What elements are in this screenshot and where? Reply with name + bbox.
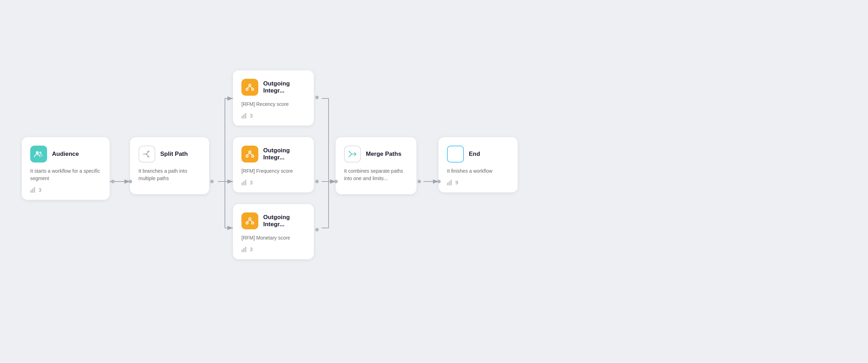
split-left-dot xyxy=(129,180,132,183)
stats-icon2 xyxy=(241,113,248,119)
end-icon xyxy=(447,146,464,163)
outgoing3-icon xyxy=(241,212,258,229)
svg-rect-13 xyxy=(241,116,243,119)
split-right-dot xyxy=(210,180,214,183)
svg-rect-28 xyxy=(447,183,448,185)
outgoing3-desc: [RFM] Monetary score xyxy=(241,234,305,242)
merge-left-dot xyxy=(334,180,338,183)
svg-rect-7 xyxy=(30,190,32,193)
workflow-canvas: Audience It starts a workflow for a spec… xyxy=(0,0,868,363)
outgoing3-stats: 3 xyxy=(241,247,305,252)
svg-point-17 xyxy=(246,155,248,157)
svg-point-18 xyxy=(252,155,254,157)
svg-rect-19 xyxy=(241,183,243,185)
svg-point-16 xyxy=(249,151,251,153)
stats-icon4 xyxy=(241,247,248,252)
end-header: End xyxy=(447,146,509,163)
outgoing1-right-dot xyxy=(315,96,319,99)
outgoing1-desc: [RFM] Recency score xyxy=(241,101,305,108)
svg-rect-15 xyxy=(245,113,246,119)
svg-rect-30 xyxy=(451,180,452,185)
outgoing3-header: Outgoing Integr... xyxy=(241,212,305,229)
audience-stat-value: 3 xyxy=(39,187,41,193)
outgoing1-header: Outgoing Integr... xyxy=(241,79,305,96)
svg-rect-25 xyxy=(241,249,243,252)
outgoing3-stat: 3 xyxy=(250,247,253,252)
svg-rect-8 xyxy=(32,189,33,193)
split-path-title: Split Path xyxy=(160,151,188,158)
svg-point-24 xyxy=(252,222,254,224)
outgoing2-stat: 3 xyxy=(250,180,253,185)
outgoing2-node[interactable]: Outgoing Integr... [RFM] Frequency score… xyxy=(233,137,314,192)
merge-paths-header: Merge Paths xyxy=(344,146,408,163)
svg-rect-20 xyxy=(243,181,245,185)
outgoing1-stat: 3 xyxy=(250,113,253,119)
svg-rect-29 xyxy=(449,181,450,185)
audience-right-dot xyxy=(111,180,115,183)
merge-paths-title: Merge Paths xyxy=(366,151,401,158)
end-stat: 9 xyxy=(455,180,458,185)
audience-node-header: Audience xyxy=(30,146,101,163)
split-path-header: Split Path xyxy=(138,146,201,163)
outgoing1-title: Outgoing Integr... xyxy=(263,80,305,94)
end-stats: 9 xyxy=(447,180,509,185)
audience-title: Audience xyxy=(52,151,79,158)
audience-stats: 3 xyxy=(30,187,101,193)
svg-rect-26 xyxy=(243,248,245,252)
split-path-desc: It branches a path into multiple paths xyxy=(138,167,201,182)
stats-icon xyxy=(30,187,37,193)
outgoing2-header: Outgoing Integr... xyxy=(241,146,305,163)
svg-point-10 xyxy=(249,84,251,86)
svg-rect-9 xyxy=(34,187,35,193)
outgoing3-right-dot xyxy=(315,228,319,231)
merge-paths-node[interactable]: Merge Paths It combines separate paths i… xyxy=(336,137,416,194)
outgoing1-stats: 3 xyxy=(241,113,305,119)
stats-icon3 xyxy=(241,180,248,185)
merge-right-dot xyxy=(417,180,421,183)
outgoing2-right-dot xyxy=(315,180,319,183)
audience-node[interactable]: Audience It starts a workflow for a spec… xyxy=(22,137,110,200)
svg-rect-14 xyxy=(243,114,245,119)
merge-paths-icon xyxy=(344,146,361,163)
end-left-dot xyxy=(437,180,441,183)
end-node[interactable]: End It finishes a workflow 9 xyxy=(439,137,518,192)
audience-icon xyxy=(30,146,47,163)
svg-point-22 xyxy=(249,218,251,220)
svg-point-11 xyxy=(246,88,248,90)
outgoing2-icon xyxy=(241,146,258,163)
svg-rect-21 xyxy=(245,180,246,185)
outgoing2-title: Outgoing Integr... xyxy=(263,147,305,161)
svg-point-23 xyxy=(246,222,248,224)
split-path-icon xyxy=(138,146,155,163)
merge-paths-desc: It combines separate paths into one and … xyxy=(344,167,408,182)
stats-icon5 xyxy=(447,180,453,185)
outgoing3-title: Outgoing Integr... xyxy=(263,214,305,228)
end-title: End xyxy=(469,151,480,158)
outgoing2-stats: 3 xyxy=(241,180,305,185)
outgoing3-node[interactable]: Outgoing Integr... [RFM] Monetary score … xyxy=(233,204,314,259)
svg-rect-27 xyxy=(245,247,246,252)
svg-point-5 xyxy=(36,151,39,154)
svg-point-12 xyxy=(252,88,254,90)
split-path-node[interactable]: Split Path It branches a path into multi… xyxy=(130,137,209,194)
outgoing2-desc: [RFM] Frequency score xyxy=(241,167,305,175)
outgoing1-node[interactable]: Outgoing Integr... [RFM] Recency score 3 xyxy=(233,70,314,126)
end-desc: It finishes a workflow xyxy=(447,167,509,175)
outgoing1-icon xyxy=(241,79,258,96)
audience-desc: It starts a workflow for a specific segm… xyxy=(30,167,101,182)
svg-point-6 xyxy=(39,152,41,154)
